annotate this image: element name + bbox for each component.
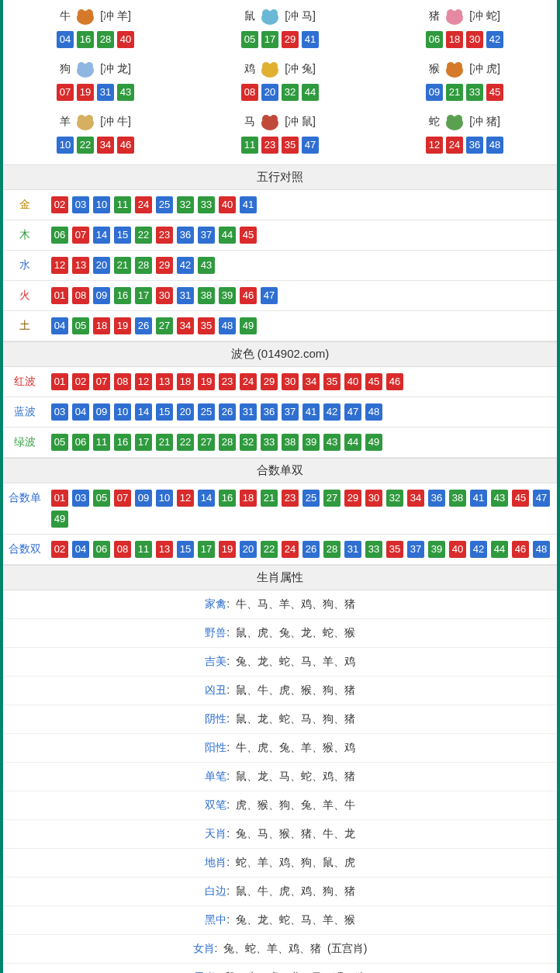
number-ball: 35: [323, 373, 340, 390]
number-ball: 05: [241, 31, 258, 48]
number-ball: 22: [135, 227, 152, 244]
number-ball: 30: [365, 490, 382, 507]
number-ball: 48: [219, 317, 236, 334]
kv-value: 1213202128294243: [47, 251, 557, 280]
snake-icon: [441, 112, 468, 132]
kv-label: 土: [3, 311, 47, 341]
page-container: 牛 [冲 羊] 04162840 鼠 [冲 马] 05172941 猪 [冲 蛇…: [0, 0, 560, 973]
attribute-label: 阴性: [205, 712, 226, 725]
kv-value: 0102070812131819232429303435404546: [47, 367, 557, 396]
number-ball: 29: [261, 373, 278, 390]
number-ball: 23: [261, 137, 278, 154]
zodiac-title: 牛 [冲 羊]: [3, 6, 188, 26]
attribute-row: 阴性: 鼠、龙、蛇、马、狗、猪: [3, 705, 557, 734]
kv-label: 火: [3, 281, 47, 310]
zodiac-cell: 马 [冲 鼠] 11233547: [188, 109, 372, 161]
number-ball: 30: [156, 287, 173, 304]
attribute-row: 天肖: 兔、马、猴、猪、牛、龙: [3, 820, 557, 849]
number-ball: 18: [240, 490, 257, 507]
attribute-text: : 蛇、羊、鸡、狗、鼠、虎: [226, 856, 355, 868]
number-ball: 42: [177, 257, 194, 274]
number-ball: 16: [77, 31, 94, 48]
number-ball: 44: [491, 541, 508, 558]
number-ball: 27: [323, 490, 340, 507]
number-ball: 16: [114, 434, 131, 451]
number-ball: 22: [177, 434, 194, 451]
number-ball: 46: [386, 373, 403, 390]
zodiac-numbers: 06183042: [372, 31, 557, 48]
number-ball: 44: [302, 84, 319, 101]
number-ball: 24: [446, 137, 463, 154]
number-ball: 09: [93, 287, 110, 304]
number-ball: 36: [428, 490, 445, 507]
attribute-text: : 鼠、虎、兔、龙、蛇、猴: [226, 626, 355, 639]
number-ball: 11: [135, 541, 152, 558]
number-ball: 38: [449, 490, 466, 507]
zodiac-name: 羊: [60, 115, 71, 129]
attribute-label: 女肖: [193, 942, 215, 954]
attribute-label: 单笔: [205, 770, 226, 782]
number-ball: 18: [177, 373, 194, 390]
kv-row: 金 02031011242532334041: [3, 190, 557, 220]
number-ball: 22: [77, 137, 94, 154]
number-ball: 18: [93, 317, 110, 334]
number-ball: 19: [198, 373, 215, 390]
number-ball: 25: [302, 490, 320, 507]
pig-icon: [441, 6, 468, 26]
number-ball: 08: [72, 287, 89, 304]
attribute-text: : 兔、龙、蛇、马、羊、猴: [226, 913, 355, 926]
number-ball: 01: [51, 287, 68, 304]
number-ball: 06: [51, 227, 68, 244]
dog-icon: [72, 59, 99, 79]
zodiac-grid: 牛 [冲 羊] 04162840 鼠 [冲 马] 05172941 猪 [冲 蛇…: [3, 0, 557, 164]
zodiac-name: 鼠: [244, 9, 255, 23]
number-ball: 09: [135, 490, 152, 507]
kv-label: 水: [3, 251, 47, 280]
zodiac-cell: 鼠 [冲 马] 05172941: [188, 3, 372, 56]
zodiac-name: 蛇: [429, 115, 440, 129]
attribute-text: : 兔、马、猴、猪、牛、龙: [226, 827, 355, 840]
attribute-text: : 鼠、牛、虎、猴、狗、猪: [226, 684, 355, 696]
zodiac-cell: 猴 [冲 虎] 09213345: [372, 56, 557, 109]
attribute-label: 白边: [205, 885, 226, 897]
attribute-text: : 鼠、龙、马、蛇、鸡、猪: [226, 770, 355, 782]
attribute-label: 黑中: [205, 913, 226, 926]
attribute-label: 吉美: [205, 655, 226, 667]
number-ball: 33: [365, 541, 382, 558]
number-ball: 33: [261, 434, 278, 451]
number-ball: 20: [240, 541, 257, 558]
number-ball: 29: [282, 31, 299, 48]
number-ball: 46: [240, 287, 257, 304]
kv-value: 05061116172122272832333839434449: [47, 428, 557, 457]
number-ball: 23: [282, 490, 299, 507]
number-ball: 31: [177, 287, 194, 304]
number-ball: 11: [93, 434, 110, 451]
number-ball: 10: [93, 196, 110, 213]
zodiac-clash: [冲 虎]: [469, 62, 500, 76]
number-ball: 48: [533, 541, 550, 558]
number-ball: 36: [261, 403, 278, 421]
section-header-attributes: 生肖属性: [3, 565, 557, 590]
number-ball: 30: [466, 31, 483, 48]
kv-label: 木: [3, 220, 47, 250]
kv-value: 03040910141520252631363741424748: [47, 397, 557, 427]
number-ball: 15: [177, 541, 194, 558]
svg-point-14: [270, 62, 278, 70]
number-ball: 30: [282, 373, 299, 390]
number-ball: 35: [282, 137, 299, 154]
attribute-label: 凶丑: [205, 684, 226, 696]
number-ball: 20: [261, 84, 278, 101]
svg-point-25: [447, 115, 455, 123]
kv-row: 合数单 010305070910121416182123252729303234…: [3, 483, 557, 535]
number-ball: 15: [114, 227, 131, 244]
attribute-text: : 牛、马、羊、鸡、狗、猪: [226, 597, 355, 610]
svg-point-1: [78, 9, 85, 17]
number-ball: 48: [365, 403, 382, 421]
svg-point-11: [85, 62, 93, 70]
svg-point-17: [455, 62, 462, 70]
number-ball: 46: [512, 541, 529, 558]
kv-label: 金: [3, 190, 47, 220]
kv-row: 合数双 020406081113151719202224262831333537…: [3, 535, 557, 565]
attribute-text: : 兔、蛇、羊、鸡、猪 (五宫肖): [215, 942, 368, 954]
zodiac-title: 猪 [冲 蛇]: [372, 6, 557, 26]
